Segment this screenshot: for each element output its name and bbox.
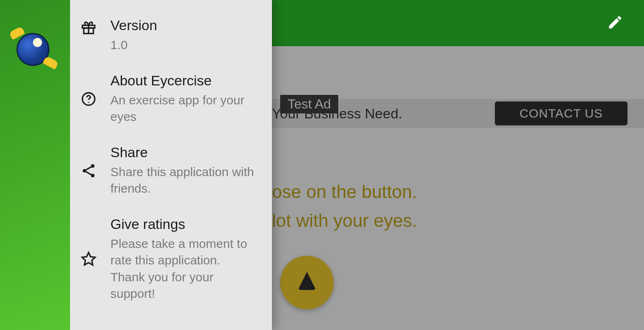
drawer-item-about[interactable]: About Eycercise An exercise app for your…: [78, 65, 256, 137]
drawer-item-title: About Eycercise: [110, 73, 256, 89]
svg-point-6: [83, 169, 87, 172]
drawer-item-subtitle: Please take a moment to rate this applic…: [110, 236, 256, 302]
app-logo: [12, 29, 58, 74]
edit-button[interactable]: [607, 14, 623, 32]
drawer-item-title: Version: [110, 17, 256, 33]
drawer-item-title: Give ratings: [110, 216, 256, 232]
gift-icon: [78, 17, 99, 36]
svg-point-7: [91, 174, 95, 177]
app-viewport: Your Business Need. CONTACT US Test Ad o…: [0, 0, 644, 330]
svg-point-5: [91, 164, 95, 168]
drawer-item-version[interactable]: Version 1.0: [78, 10, 256, 65]
drawer-item-share[interactable]: Share Share this application with friend…: [78, 137, 256, 209]
drawer-item-subtitle: Share this application with friends.: [110, 164, 256, 197]
svg-point-4: [88, 102, 89, 103]
help-circle-icon: [78, 91, 99, 107]
share-icon: [78, 163, 99, 179]
navigation-drawer: Version 1.0 About Eycercise An exercise …: [0, 0, 272, 330]
drawer-rail: [0, 0, 70, 330]
drawer-item-rate[interactable]: Give ratings Please take a moment to rat…: [78, 209, 256, 314]
drawer-list: Version 1.0 About Eycercise An exercise …: [70, 0, 272, 330]
drawer-item-title: Share: [110, 144, 256, 160]
pencil-icon: [607, 14, 623, 31]
drawer-item-subtitle: An exercise app for your eyes: [110, 92, 256, 125]
star-outline-icon: [78, 251, 99, 267]
drawer-item-subtitle: 1.0: [110, 37, 256, 54]
